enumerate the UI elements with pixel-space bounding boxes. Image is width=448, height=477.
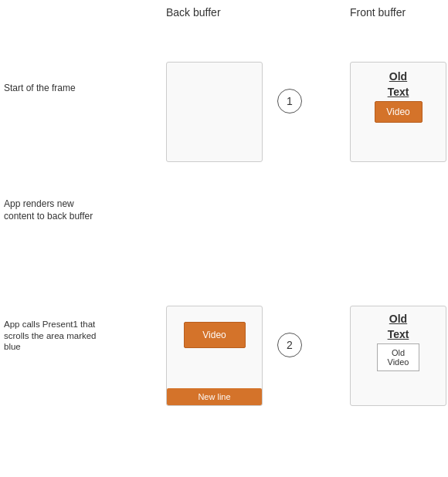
front-1-text1: Old xyxy=(357,70,440,83)
row-2: App renders new content to back buffer V… xyxy=(0,149,448,265)
front-buffer-1: Old Text Video xyxy=(350,62,446,162)
row-2-label: App renders new content to back buffer xyxy=(0,191,104,222)
row-1: Start of the frame 1 Old Text Video xyxy=(0,27,448,143)
step-1-circle: 1 xyxy=(266,89,313,113)
row-1-label: Start of the frame xyxy=(0,75,104,95)
back-buffer-1 xyxy=(166,62,263,162)
front-1-text2: Text xyxy=(357,86,440,98)
row-3: App calls Present1 that scrolls the area… xyxy=(0,274,448,390)
step-1-number: 1 xyxy=(277,89,302,113)
row-3-label: App calls Present1 that scrolls the area… xyxy=(0,311,104,354)
header-front-label: Front buffer xyxy=(350,6,406,19)
header-back-label: Back buffer xyxy=(166,6,221,19)
front-1-video: Video xyxy=(375,101,423,123)
row-4: Old Text OldVideo 4 Swap buffers ↺ Old T… xyxy=(0,392,448,477)
